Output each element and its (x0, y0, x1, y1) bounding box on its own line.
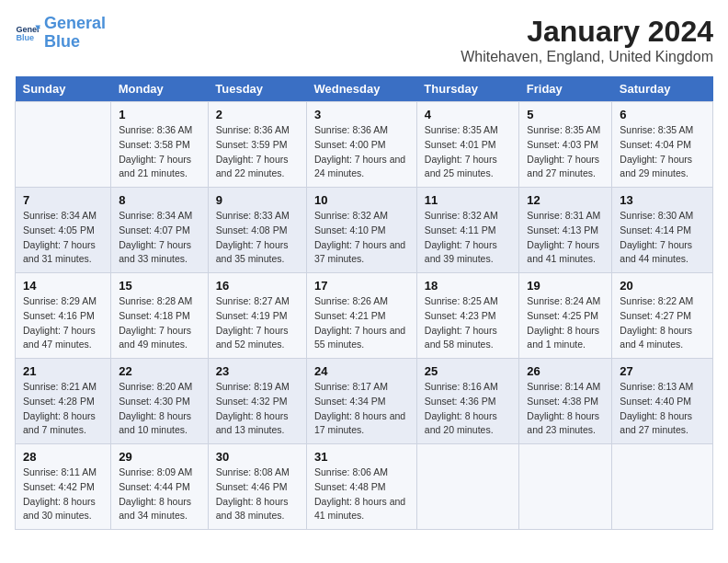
calendar-week-3: 14Sunrise: 8:29 AMSunset: 4:16 PMDayligh… (16, 273, 713, 359)
day-info: Sunrise: 8:35 AMSunset: 4:04 PMDaylight:… (620, 123, 705, 181)
calendar-week-1: 1Sunrise: 8:36 AMSunset: 3:58 PMDaylight… (16, 102, 713, 188)
day-number: 6 (620, 108, 705, 121)
day-number: 1 (119, 108, 200, 121)
day-info: Sunrise: 8:31 AMSunset: 4:13 PMDaylight:… (527, 209, 604, 267)
calendar-cell (612, 444, 713, 530)
calendar-cell: 28Sunrise: 8:11 AMSunset: 4:42 PMDayligh… (16, 444, 111, 530)
day-info: Sunrise: 8:25 AMSunset: 4:23 PMDaylight:… (425, 294, 511, 352)
day-info: Sunrise: 8:27 AMSunset: 4:19 PMDaylight:… (216, 294, 299, 352)
column-header-friday: Friday (519, 76, 612, 102)
day-number: 9 (216, 193, 299, 207)
day-info: Sunrise: 8:35 AMSunset: 4:01 PMDaylight:… (425, 123, 511, 181)
day-number: 13 (620, 193, 705, 207)
calendar-cell: 19Sunrise: 8:24 AMSunset: 4:25 PMDayligh… (519, 273, 612, 359)
calendar-cell: 7Sunrise: 8:34 AMSunset: 4:05 PMDaylight… (16, 188, 111, 273)
calendar-cell: 31Sunrise: 8:06 AMSunset: 4:48 PMDayligh… (306, 444, 416, 530)
day-number: 11 (425, 193, 511, 207)
svg-text:Blue: Blue (16, 33, 34, 42)
calendar-cell: 5Sunrise: 8:35 AMSunset: 4:03 PMDaylight… (519, 102, 612, 188)
logo-text: General Blue (44, 15, 106, 52)
main-title: January 2024 (461, 15, 713, 49)
calendar-cell: 11Sunrise: 8:32 AMSunset: 4:11 PMDayligh… (416, 188, 518, 273)
day-number: 19 (527, 279, 604, 293)
subtitle: Whitehaven, England, United Kingdom (461, 49, 713, 65)
day-number: 3 (314, 108, 409, 121)
day-number: 5 (527, 108, 604, 121)
calendar-cell (16, 102, 111, 188)
calendar-table: SundayMondayTuesdayWednesdayThursdayFrid… (15, 76, 713, 530)
day-number: 24 (314, 364, 409, 378)
column-header-saturday: Saturday (612, 76, 713, 102)
day-number: 20 (620, 279, 705, 293)
day-info: Sunrise: 8:32 AMSunset: 4:11 PMDaylight:… (425, 209, 511, 267)
day-info: Sunrise: 8:21 AMSunset: 4:28 PMDaylight:… (23, 380, 103, 438)
day-number: 28 (23, 450, 103, 464)
calendar-cell: 15Sunrise: 8:28 AMSunset: 4:18 PMDayligh… (111, 273, 209, 359)
logo-icon: General Blue (15, 20, 40, 46)
day-number: 31 (314, 450, 409, 464)
calendar-cell: 20Sunrise: 8:22 AMSunset: 4:27 PMDayligh… (612, 273, 713, 359)
day-info: Sunrise: 8:19 AMSunset: 4:32 PMDaylight:… (216, 380, 299, 438)
day-info: Sunrise: 8:11 AMSunset: 4:42 PMDaylight:… (23, 465, 103, 523)
day-info: Sunrise: 8:09 AMSunset: 4:44 PMDaylight:… (119, 465, 200, 523)
calendar-week-4: 21Sunrise: 8:21 AMSunset: 4:28 PMDayligh… (16, 359, 713, 444)
day-number: 2 (216, 108, 299, 121)
day-info: Sunrise: 8:36 AMSunset: 4:00 PMDaylight:… (314, 123, 409, 181)
day-number: 8 (119, 193, 200, 207)
day-info: Sunrise: 8:06 AMSunset: 4:48 PMDaylight:… (314, 465, 409, 523)
calendar-cell: 17Sunrise: 8:26 AMSunset: 4:21 PMDayligh… (306, 273, 416, 359)
calendar-cell: 23Sunrise: 8:19 AMSunset: 4:32 PMDayligh… (208, 359, 306, 444)
day-number: 16 (216, 279, 299, 293)
calendar-cell (519, 444, 612, 530)
day-number: 15 (119, 279, 200, 293)
calendar-cell: 26Sunrise: 8:14 AMSunset: 4:38 PMDayligh… (519, 359, 612, 444)
day-number: 10 (314, 193, 409, 207)
day-info: Sunrise: 8:14 AMSunset: 4:38 PMDaylight:… (527, 380, 604, 438)
calendar-header-row: SundayMondayTuesdayWednesdayThursdayFrid… (16, 76, 713, 102)
calendar-cell: 30Sunrise: 8:08 AMSunset: 4:46 PMDayligh… (208, 444, 306, 530)
column-header-wednesday: Wednesday (306, 76, 416, 102)
calendar-cell: 22Sunrise: 8:20 AMSunset: 4:30 PMDayligh… (111, 359, 209, 444)
calendar-cell: 4Sunrise: 8:35 AMSunset: 4:01 PMDaylight… (416, 102, 518, 188)
calendar-cell: 16Sunrise: 8:27 AMSunset: 4:19 PMDayligh… (208, 273, 306, 359)
day-number: 4 (425, 108, 511, 121)
day-info: Sunrise: 8:29 AMSunset: 4:16 PMDaylight:… (23, 294, 103, 352)
calendar-cell (416, 444, 518, 530)
calendar-cell: 8Sunrise: 8:34 AMSunset: 4:07 PMDaylight… (111, 188, 209, 273)
day-info: Sunrise: 8:13 AMSunset: 4:40 PMDaylight:… (620, 380, 705, 438)
calendar-cell: 18Sunrise: 8:25 AMSunset: 4:23 PMDayligh… (416, 273, 518, 359)
day-info: Sunrise: 8:22 AMSunset: 4:27 PMDaylight:… (620, 294, 705, 352)
day-number: 7 (23, 193, 103, 207)
calendar-cell: 29Sunrise: 8:09 AMSunset: 4:44 PMDayligh… (111, 444, 209, 530)
day-info: Sunrise: 8:26 AMSunset: 4:21 PMDaylight:… (314, 294, 409, 352)
day-number: 26 (527, 364, 604, 378)
day-number: 27 (620, 364, 705, 378)
day-info: Sunrise: 8:08 AMSunset: 4:46 PMDaylight:… (216, 465, 299, 523)
calendar-cell: 25Sunrise: 8:16 AMSunset: 4:36 PMDayligh… (416, 359, 518, 444)
calendar-cell: 3Sunrise: 8:36 AMSunset: 4:00 PMDaylight… (306, 102, 416, 188)
day-info: Sunrise: 8:33 AMSunset: 4:08 PMDaylight:… (216, 209, 299, 267)
day-number: 12 (527, 193, 604, 207)
day-info: Sunrise: 8:36 AMSunset: 3:59 PMDaylight:… (216, 123, 299, 181)
day-info: Sunrise: 8:28 AMSunset: 4:18 PMDaylight:… (119, 294, 200, 352)
column-header-sunday: Sunday (16, 76, 111, 102)
day-number: 21 (23, 364, 103, 378)
page-header: General Blue General Blue January 2024 W… (15, 15, 713, 65)
day-info: Sunrise: 8:36 AMSunset: 3:58 PMDaylight:… (119, 123, 200, 181)
day-number: 18 (425, 279, 511, 293)
calendar-cell: 10Sunrise: 8:32 AMSunset: 4:10 PMDayligh… (306, 188, 416, 273)
calendar-cell: 14Sunrise: 8:29 AMSunset: 4:16 PMDayligh… (16, 273, 111, 359)
calendar-cell: 12Sunrise: 8:31 AMSunset: 4:13 PMDayligh… (519, 188, 612, 273)
title-block: January 2024 Whitehaven, England, United… (461, 15, 713, 65)
calendar-cell: 1Sunrise: 8:36 AMSunset: 3:58 PMDaylight… (111, 102, 209, 188)
day-number: 23 (216, 364, 299, 378)
day-info: Sunrise: 8:24 AMSunset: 4:25 PMDaylight:… (527, 294, 604, 352)
calendar-cell: 27Sunrise: 8:13 AMSunset: 4:40 PMDayligh… (612, 359, 713, 444)
day-number: 30 (216, 450, 299, 464)
calendar-cell: 9Sunrise: 8:33 AMSunset: 4:08 PMDaylight… (208, 188, 306, 273)
calendar-cell: 21Sunrise: 8:21 AMSunset: 4:28 PMDayligh… (16, 359, 111, 444)
day-info: Sunrise: 8:20 AMSunset: 4:30 PMDaylight:… (119, 380, 200, 438)
calendar-cell: 13Sunrise: 8:30 AMSunset: 4:14 PMDayligh… (612, 188, 713, 273)
calendar-cell: 24Sunrise: 8:17 AMSunset: 4:34 PMDayligh… (306, 359, 416, 444)
day-number: 14 (23, 279, 103, 293)
